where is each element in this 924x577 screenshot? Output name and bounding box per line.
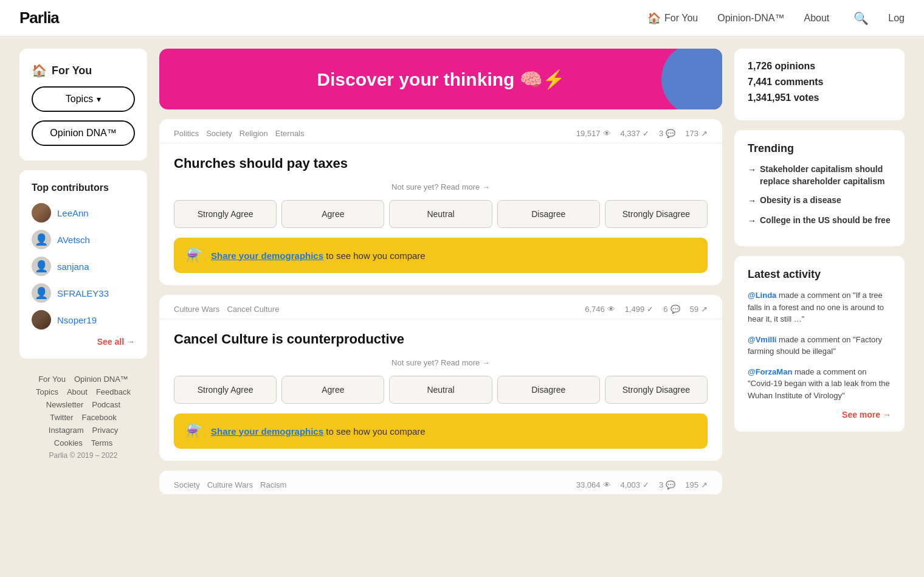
site-logo[interactable]: Parlia (19, 9, 647, 27)
contributors-title: Top contributors (32, 182, 135, 193)
contributor-name-nsoper: Nsoper19 (57, 315, 97, 325)
footer-feedback[interactable]: Feedback (96, 387, 131, 396)
trending-card: Trending → Stakeholder capitalism should… (734, 130, 905, 246)
trending-item-1[interactable]: → Stakeholder capitalism should replace … (748, 164, 891, 187)
vote-strongly-agree-1[interactable]: Strongly Agree (174, 200, 277, 228)
sidebar-right: 1,726 opinions 7,441 comments 1,341,951 … (734, 49, 905, 495)
read-more-1[interactable]: Not sure yet? Read more → (174, 182, 708, 192)
vote-neutral-2[interactable]: Neutral (389, 376, 492, 404)
views-stat-3: 33,064 👁 (576, 480, 611, 489)
contributor-leeann[interactable]: LeeAnn (32, 203, 135, 223)
sidebar-left: 🏠 For You Topics ▾ Opinion DNA™ Top cont… (19, 49, 147, 495)
demographics-link-1[interactable]: Share your demographics (211, 250, 323, 261)
activity-card: Latest activity @Linda made a comment on… (734, 256, 905, 432)
read-more-2[interactable]: Not sure yet? Read more → (174, 358, 708, 367)
flask-icon-2: ⚗️ (186, 423, 202, 439)
tag-religion[interactable]: Religion (240, 129, 268, 138)
views-stat-1: 19,517 👁 (576, 129, 611, 138)
person-icon: 👤 (35, 233, 48, 246)
opinion-body-2: Cancel Culture is counterproductive Not … (159, 319, 722, 461)
eye-icon-2: 👁 (607, 305, 615, 314)
tag-culture-wars-3[interactable]: Culture Wars (207, 480, 253, 489)
footer-row-6: Cookies Terms (54, 438, 112, 447)
tag-racism-3[interactable]: Racism (260, 480, 286, 489)
nav-foryou[interactable]: 🏠 For You (647, 12, 698, 25)
footer-facebook[interactable]: Facebook (82, 413, 117, 422)
stat-comments: 7,441 comments (748, 77, 891, 88)
check-icon-2: ✓ (647, 305, 653, 314)
demographics-bar-2: ⚗️ Share your demographics to see how yo… (174, 413, 708, 449)
contributor-sanjana[interactable]: 👤 sanjana (32, 257, 135, 276)
footer-twitter[interactable]: Twitter (50, 413, 73, 422)
opinion-body-1: Churches should pay taxes Not sure yet? … (159, 143, 722, 285)
vote-agree-1[interactable]: Agree (281, 200, 384, 228)
vote-agree-2[interactable]: Agree (281, 376, 384, 404)
topics-button[interactable]: Topics ▾ (32, 86, 135, 112)
contributor-nsoper[interactable]: Nsoper19 (32, 310, 135, 330)
footer-privacy[interactable]: Privacy (92, 426, 119, 435)
contributor-sfraley[interactable]: 👤 SFRALEY33 (32, 283, 135, 303)
opinion-dna-button[interactable]: Opinion DNA™ (32, 120, 135, 146)
demographics-link-2[interactable]: Share your demographics (211, 426, 323, 437)
nav-about[interactable]: About (804, 13, 829, 24)
activity-username-1[interactable]: @Linda (748, 291, 776, 300)
vote-strongly-disagree-1[interactable]: Strongly Disagree (605, 200, 708, 228)
for-you-label: For You (52, 64, 92, 77)
trending-item-2[interactable]: → Obesity is a disease (748, 195, 891, 207)
footer-topics[interactable]: Topics (36, 387, 58, 396)
tag-society-3[interactable]: Society (174, 480, 200, 489)
comment-icon-3: 💬 (666, 480, 675, 489)
tag-politics[interactable]: Politics (174, 129, 199, 138)
vote-strongly-agree-2[interactable]: Strongly Agree (174, 376, 277, 404)
footer-podcast[interactable]: Podcast (92, 400, 120, 409)
navbar: Parlia 🏠 For You Opinion-DNA™ About 🔍 Lo… (0, 0, 924, 36)
person-icon: 👤 (35, 286, 48, 300)
search-icon[interactable]: 🔍 (853, 11, 869, 26)
contributor-avetsch[interactable]: 👤 AVetsch (32, 230, 135, 249)
footer-terms[interactable]: Terms (91, 438, 112, 447)
footer-foryou[interactable]: For You (38, 375, 66, 384)
avatar-sfraley: 👤 (32, 283, 51, 303)
footer-cookies[interactable]: Cookies (54, 438, 83, 447)
see-all-contributors[interactable]: See all → (32, 337, 135, 347)
check-icon-3: ✓ (643, 480, 649, 489)
tag-culture-wars[interactable]: Culture Wars (174, 305, 219, 314)
see-more-activity[interactable]: See more → (748, 410, 891, 420)
footer-row-1: For You Opinion DNA™ (38, 375, 128, 384)
activity-username-2[interactable]: @Vmilli (748, 335, 776, 344)
contributor-name-leeann: LeeAnn (57, 208, 89, 218)
activity-item-2: @Vmilli made a comment on "Factory farmi… (748, 334, 891, 358)
footer-instagram[interactable]: Instagram (49, 426, 84, 435)
vote-disagree-2[interactable]: Disagree (497, 376, 600, 404)
demo-text-1: Share your demographics to see how you c… (211, 250, 426, 261)
nav-opinion-dna[interactable]: Opinion-DNA™ (717, 13, 784, 24)
chevron-down-icon: ▾ (97, 94, 101, 104)
activity-item-3: @ForzaMan made a comment on "Covid-19 be… (748, 366, 891, 402)
trending-text-3: College in the US should be free (760, 215, 891, 227)
avatar-sanjana: 👤 (32, 257, 51, 276)
tag-eternals[interactable]: Eternals (275, 129, 305, 138)
share-icon: ↗ (701, 129, 708, 138)
opinion-title-2[interactable]: Cancel Culture is counterproductive (174, 331, 708, 347)
footer-opinion-dna[interactable]: Opinion DNA™ (74, 375, 128, 384)
login-button[interactable]: Log (888, 13, 905, 24)
avatar-nsoper (32, 310, 51, 330)
trending-item-3[interactable]: → College in the US should be free (748, 215, 891, 227)
avatar-leeann (32, 203, 51, 223)
tag-cancel-culture[interactable]: Cancel Culture (227, 305, 279, 314)
footer-about[interactable]: About (67, 387, 88, 396)
arrow-icon-3: → (748, 215, 756, 227)
check-icon: ✓ (643, 129, 649, 138)
for-you-card: 🏠 For You Topics ▾ Opinion DNA™ (19, 49, 147, 161)
activity-title: Latest activity (748, 268, 891, 281)
avatar-avetsch: 👤 (32, 230, 51, 249)
tag-society[interactable]: Society (206, 129, 232, 138)
activity-username-3[interactable]: @ForzaMan (748, 367, 792, 376)
opinion-title-1[interactable]: Churches should pay taxes (174, 156, 708, 171)
footer-newsletter[interactable]: Newsletter (46, 400, 83, 409)
vote-strongly-disagree-2[interactable]: Strongly Disagree (605, 376, 708, 404)
demo-text-2: Share your demographics to see how you c… (211, 426, 426, 437)
discover-banner[interactable]: Discover your thinking 🧠⚡ (159, 49, 722, 109)
vote-disagree-1[interactable]: Disagree (497, 200, 600, 228)
vote-neutral-1[interactable]: Neutral (389, 200, 492, 228)
